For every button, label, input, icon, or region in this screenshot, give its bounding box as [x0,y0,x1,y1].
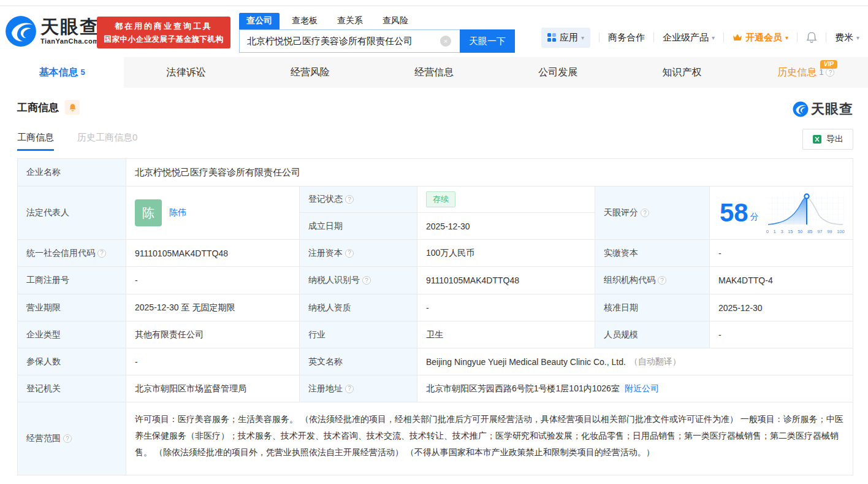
reg-authority-label-text: 登记机关 [26,383,61,394]
tab-basic-info[interactable]: 基本信息 5 [0,57,124,88]
business-info-table: 企业名称 北京柠悦悦己医疗美容诊所有限责任公司 法定代表人 陈 陈伟 登记状态 … [17,158,853,475]
credit-code-value: 91110105MAK4DTTQ48 [126,240,300,267]
tab-company-development[interactable]: 公司发展 [496,57,620,88]
approval-date-label-text: 核准日期 [604,302,638,313]
clear-search-icon[interactable]: × [440,36,451,47]
reg-address-label: 注册地址 ? [300,375,417,402]
watermark-brand-name: 天眼查 [811,100,853,118]
reg-capital-text: 100万人民币 [426,248,474,259]
credit-code-text: 91110105MAK4DTTQ48 [135,248,228,258]
search-tab-company[interactable]: 查公司 [239,13,280,29]
score-unit: 分 [750,212,759,223]
taxpayer-id-text: 91110105MAK4DTTQ48 [426,275,519,285]
search-button[interactable]: 天眼一下 [460,29,515,53]
reg-number-label: 工商注册号 [18,267,126,294]
apps-grid-icon [547,33,556,42]
notifications-button[interactable] [806,31,817,44]
help-icon[interactable]: ? [345,249,354,258]
taxpayer-quality-value: - [417,294,595,321]
tianyancha-logo[interactable]: 天眼查 TianYanCha.com [5,15,99,47]
site-header: 天眼查 TianYanCha.com 都在用的商业查询工具 国家中小企业发展子基… [0,0,868,54]
promo-line-1: 都在用的商业查询工具 [115,21,213,32]
company-name-label: 企业名称 [18,159,126,186]
search-tab-risk[interactable]: 查风险 [375,13,416,29]
company-type-text: 其他有限责任公司 [135,329,204,340]
org-code-value: MAK4DTTQ-4 [710,267,853,294]
company-type-value: 其他有限责任公司 [126,321,300,348]
credit-code-label: 统一社会信用代码 ? [18,240,126,267]
tianyancha-page: 天眼查 TianYanCha.com 都在用的商业查询工具 国家中小企业发展子基… [0,0,868,484]
tab-legal-litigation-label: 法律诉讼 [166,66,205,79]
tab-operation-info[interactable]: 经营信息 [372,57,496,88]
english-name-label-text: 英文名称 [308,356,343,367]
watermark-logo-icon [793,101,809,117]
industry-value: 卫生 [417,321,595,348]
nav-divider [599,33,600,42]
approval-date-value: 2025-12-30 [710,294,853,321]
status-badge: 存续 [426,191,455,207]
bell-icon [806,31,817,44]
help-icon[interactable]: ? [63,434,72,443]
staff-size-label-text: 人员规模 [604,329,638,340]
approval-date-text: 2025-12-30 [718,303,763,313]
help-icon[interactable]: ? [641,209,649,217]
reg-capital-value: 100万人民币 [417,240,595,267]
search-tab-relation[interactable]: 查关系 [330,13,370,29]
score-value: 58 [720,200,748,226]
apps-menu[interactable]: 应用 ▾ [541,28,590,48]
reg-capital-label-text: 注册资本 [308,248,343,259]
user-menu[interactable]: 费米 ▾ [835,32,859,44]
help-icon[interactable]: ? [345,195,354,204]
company-name-label-text: 企业名称 [26,167,61,178]
chevron-down-icon: ▾ [785,34,788,41]
tab-operation-risk[interactable]: 经营风险 [248,57,372,88]
nearby-companies-link[interactable]: 附近公司 [625,383,659,394]
help-icon[interactable]: ? [345,385,354,393]
open-vip-label: 开通会员 [745,32,782,44]
legal-rep-avatar[interactable]: 陈 [135,199,162,226]
company-profile-tabs: 基本信息 5 法律诉讼 经营风险 经营信息 公司发展 知识产权 VIP 历史信息… [0,57,868,88]
nav-enterprise-products[interactable]: 企业级产品 ▾ [663,32,715,44]
help-icon[interactable]: ? [97,249,106,258]
chevron-down-icon: ▾ [856,34,859,41]
export-button[interactable]: 导出 [802,129,853,150]
watermark-logo: 天眼查 [793,100,853,118]
business-term-label: 营业期限 [18,294,126,321]
est-date-text: 2025-12-30 [426,221,470,231]
tianyancha-logo-text: 天眼查 TianYanCha.com [40,18,99,45]
subscribe-bell-button[interactable] [65,100,80,115]
nav-divider [653,33,654,42]
bell-icon [69,103,77,112]
promo-banner: 都在用的商业查询工具 国家中小企业发展子基金旗下机构 [97,17,230,48]
nav-open-vip[interactable]: 开通会员 ▾ [733,32,788,44]
subtab-history-registration[interactable]: 历史工商信息0 [77,132,137,151]
help-icon[interactable]: ? [826,68,834,77]
taxpayer-id-label-text: 纳税人识别号 [308,275,360,286]
tab-history-info-label: 历史信息 [777,66,817,79]
help-icon[interactable]: ? [658,276,666,285]
paid-capital-text: - [718,248,721,258]
tab-history-info[interactable]: VIP 历史信息 1 ? [744,57,868,88]
est-date-label-text: 成立日期 [308,221,343,232]
tab-intellectual-property[interactable]: 知识产权 [620,57,744,88]
taxpayer-quality-label-text: 纳税人资质 [308,302,351,313]
approval-date-label: 核准日期 [595,294,710,321]
tab-legal-litigation[interactable]: 法律诉讼 [124,57,248,88]
search-tab-boss[interactable]: 查老板 [284,13,325,29]
nav-business-cooperation[interactable]: 商务合作 [608,32,645,44]
subtab-current-registration[interactable]: 工商信息 [17,132,54,151]
reg-address-text: 北京市朝阳区芳园西路6号院1号楼1层101内1026室 [426,383,620,394]
nav-divider [797,33,798,42]
section-title: 工商信息 [17,101,59,115]
help-icon[interactable]: ? [362,276,371,285]
tab-operation-risk-label: 经营风险 [291,66,330,79]
chevron-down-icon: ▾ [581,34,584,41]
taxpayer-id-label: 纳税人识别号 ? [300,267,417,294]
promo-line-2: 国家中小企业发展子基金旗下机构 [104,34,224,45]
legal-rep-name-link[interactable]: 陈伟 [169,207,186,218]
nav-divider [826,33,826,42]
tab-basic-info-count: 5 [81,67,85,77]
company-type-label-text: 企业类型 [26,329,61,340]
industry-text: 卫生 [426,329,443,340]
search-input[interactable] [239,29,460,53]
